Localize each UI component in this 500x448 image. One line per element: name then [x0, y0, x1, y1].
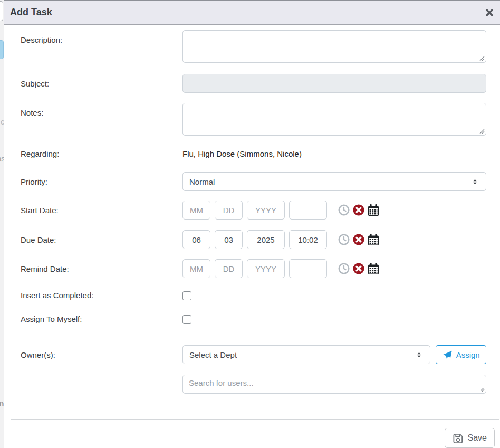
- priority-selected-value: Normal: [189, 177, 470, 186]
- description-label: Description:: [21, 30, 182, 44]
- assign-to-myself-label: Assign To Myself:: [21, 314, 182, 323]
- modal-header: Add Task: [4, 1, 500, 25]
- remind-clear-button[interactable]: [353, 263, 364, 274]
- close-button[interactable]: [478, 1, 500, 24]
- save-icon: [453, 433, 464, 444]
- form-row-description: Description:: [21, 30, 486, 63]
- description-textarea[interactable]: [182, 30, 486, 63]
- modal-title: Add Task: [4, 7, 478, 18]
- send-icon: [443, 350, 453, 360]
- remind-time-button[interactable]: [338, 263, 350, 274]
- start-year-input[interactable]: [247, 201, 285, 220]
- remind-year-input[interactable]: [247, 259, 285, 278]
- background-button-fragment: [0, 1, 3, 21]
- due-month-input[interactable]: [182, 230, 210, 249]
- dept-selected-value: Select a Dept: [189, 350, 415, 359]
- calendar-icon: [368, 234, 379, 246]
- form-row-start-date: Start Date:: [21, 201, 486, 220]
- remind-day-input[interactable]: [215, 259, 243, 278]
- due-year-input[interactable]: [247, 230, 285, 249]
- close-icon: [485, 8, 494, 17]
- notes-label: Notes:: [21, 103, 182, 117]
- select-arrows-icon: [470, 177, 479, 186]
- remind-date-label: Remind Date:: [21, 264, 182, 273]
- form-row-user-search: [21, 375, 486, 394]
- calendar-icon: [368, 263, 379, 275]
- remind-month-input[interactable]: [182, 259, 210, 278]
- due-clear-button[interactable]: [353, 234, 364, 245]
- assign-to-myself-checkbox[interactable]: [182, 315, 191, 324]
- due-time-button[interactable]: [338, 234, 350, 245]
- clear-circle-icon: [353, 263, 364, 274]
- form-row-notes: Notes:: [21, 103, 486, 136]
- modal-footer: Save: [11, 419, 499, 448]
- form-row-due-date: Due Date:: [21, 230, 486, 249]
- start-date-label: Start Date:: [21, 206, 182, 215]
- owners-label: Owner(s):: [21, 350, 182, 359]
- form-row-remind-date: Remind Date:: [21, 259, 486, 278]
- priority-label: Priority:: [21, 177, 182, 186]
- form-row-subject: Subject:: [21, 74, 486, 93]
- regarding-value: Flu, High Dose (Simmons, Nicole): [182, 149, 486, 158]
- due-date-label: Due Date:: [21, 235, 182, 244]
- assign-button[interactable]: Assign: [436, 345, 486, 364]
- start-calendar-button[interactable]: [368, 204, 379, 216]
- background-highlight-fragment: [0, 40, 4, 59]
- due-calendar-button[interactable]: [368, 234, 379, 246]
- modal-body: Description: Subject: Notes:: [4, 25, 500, 419]
- save-button[interactable]: Save: [445, 428, 495, 448]
- calendar-icon: [368, 204, 379, 216]
- subject-label: Subject:: [21, 79, 182, 88]
- start-month-input[interactable]: [182, 201, 210, 220]
- clock-icon: [338, 263, 350, 274]
- start-time-input[interactable]: [289, 201, 327, 220]
- due-day-input[interactable]: [215, 230, 243, 249]
- due-time-input[interactable]: [289, 230, 327, 249]
- start-time-button[interactable]: [338, 204, 350, 216]
- user-search-input[interactable]: [182, 375, 486, 394]
- subject-input: [182, 74, 486, 93]
- remind-calendar-button[interactable]: [368, 263, 379, 275]
- save-button-label: Save: [468, 433, 487, 443]
- insert-as-completed-checkbox[interactable]: [182, 291, 191, 300]
- dept-select[interactable]: Select a Dept: [182, 345, 430, 364]
- form-row-priority: Priority: Normal: [21, 172, 486, 191]
- clear-circle-icon: [353, 204, 364, 216]
- clock-icon: [338, 234, 350, 245]
- priority-select[interactable]: Normal: [182, 172, 486, 191]
- start-clear-button[interactable]: [353, 204, 364, 216]
- remind-time-input[interactable]: [289, 259, 327, 278]
- form-row-insert-as-completed: Insert as Completed:: [21, 290, 486, 300]
- assign-button-label: Assign: [456, 350, 480, 359]
- notes-textarea[interactable]: [182, 103, 486, 136]
- form-row-regarding: Regarding: Flu, High Dose (Simmons, Nico…: [21, 149, 486, 158]
- regarding-label: Regarding:: [21, 149, 182, 158]
- clock-icon: [338, 204, 350, 216]
- insert-as-completed-label: Insert as Completed:: [21, 291, 182, 300]
- add-task-modal: Add Task Description: Subject:: [4, 0, 500, 448]
- screen: c ns in Add Task Description:: [0, 0, 500, 448]
- clear-circle-icon: [353, 234, 364, 245]
- select-arrows-icon: [415, 350, 424, 359]
- start-day-input[interactable]: [215, 201, 243, 220]
- form-row-owners: Owner(s): Select a Dept Assign: [21, 345, 486, 364]
- form-row-assign-to-myself: Assign To Myself:: [21, 314, 486, 325]
